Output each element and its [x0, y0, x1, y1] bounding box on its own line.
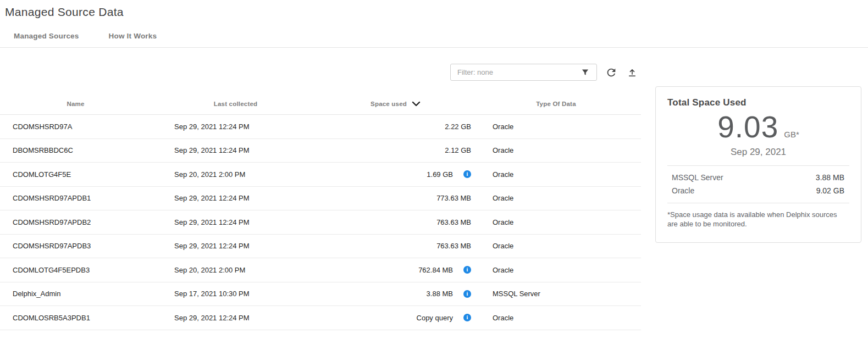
column-header-last-collected[interactable]: Last collected: [151, 101, 320, 107]
cell-space-used: 763.63 MB: [320, 242, 471, 250]
filter-funnel-icon[interactable]: [578, 66, 591, 79]
table-row[interactable]: DBOMSRBBDC6C Sep 29, 2021 12:24 PM 2.12 …: [0, 139, 641, 163]
table-row[interactable]: CDOMSHSRD97A Sep 29, 2021 12:24 PM 2.22 …: [0, 115, 641, 139]
cell-name: CDOMSHSRD97APDB3: [0, 242, 151, 250]
cell-space-used: Copy query i: [320, 314, 471, 322]
space-used-value: Copy query: [417, 314, 453, 322]
table-row[interactable]: Delphix_Admin Sep 17, 2021 10:30 PM 3.88…: [0, 282, 641, 307]
cell-type-of-data: Oracle: [471, 218, 641, 226]
cell-type-of-data: Oracle: [471, 194, 641, 202]
table-row[interactable]: CDOMSHSRD97APDB2 Sep 29, 2021 12:24 PM 7…: [0, 210, 641, 235]
table-row[interactable]: CDOMLOTG4F5EPDB3 Sep 20, 2021 2:00 PM 76…: [0, 258, 641, 282]
space-used-value: 763.63 MB: [436, 242, 471, 250]
refresh-icon: [605, 66, 617, 79]
cell-last-collected: Sep 29, 2021 12:24 PM: [151, 218, 320, 226]
cell-type-of-data: Oracle: [471, 314, 641, 322]
space-breakdown-list: MSSQL Server 3.88 MB Oracle 9.02 GB: [667, 165, 849, 203]
managed-sources-table: Name Last collected Space used Type Of D…: [0, 93, 641, 330]
total-space-line: 9.03 GB*: [667, 109, 849, 145]
cell-last-collected: Sep 29, 2021 12:24 PM: [151, 314, 320, 322]
table-row[interactable]: CDOMSHSRD97APDB1 Sep 29, 2021 12:24 PM 7…: [0, 187, 641, 211]
total-space-unit: GB*: [784, 130, 799, 139]
filter-input[interactable]: [457, 68, 575, 76]
page-title: Managed Source Data: [0, 0, 868, 19]
cell-name: DBOMSRBBDC6C: [0, 146, 151, 154]
cell-type-of-data: Oracle: [471, 123, 641, 131]
breakdown-value: 3.88 MB: [816, 173, 844, 182]
column-header-space-used[interactable]: Space used: [320, 101, 471, 107]
breakdown-label: MSSQL Server: [672, 173, 723, 182]
cell-type-of-data: Oracle: [471, 146, 641, 154]
info-icon[interactable]: i: [463, 170, 471, 178]
cell-name: CDOMLOSRB5A3PDB1: [0, 314, 151, 322]
sort-chevron-down-icon: [412, 101, 421, 107]
total-space-value: 9.03: [717, 109, 778, 145]
cell-last-collected: Sep 29, 2021 12:24 PM: [151, 146, 320, 154]
breakdown-row-mssql: MSSQL Server 3.88 MB: [667, 171, 849, 184]
total-space-date: Sep 29, 2021: [667, 147, 849, 158]
space-used-value: 773.63 MB: [436, 194, 471, 202]
cell-name: Delphix_Admin: [0, 290, 151, 298]
cell-last-collected: Sep 17, 2021 10:30 PM: [151, 290, 320, 298]
cell-last-collected: Sep 29, 2021 12:24 PM: [151, 242, 320, 250]
table-row[interactable]: CDOMSHSRD97APDB3 Sep 29, 2021 12:24 PM 7…: [0, 235, 641, 259]
table-row[interactable]: CDOMLOSRB5A3PDB1 Sep 29, 2021 12:24 PM C…: [0, 306, 641, 330]
cell-name: CDOMLOTG4F5EPDB3: [0, 266, 151, 274]
cell-space-used: 773.63 MB: [320, 194, 471, 202]
filter-box: [450, 64, 597, 81]
cell-last-collected: Sep 20, 2021 2:00 PM: [151, 170, 320, 179]
cell-space-used: 762.84 MB i: [320, 266, 471, 274]
cell-name: CDOMSHSRD97APDB1: [0, 194, 151, 202]
total-space-used-card: Total Space Used 9.03 GB* Sep 29, 2021 M…: [655, 86, 861, 243]
toolbar: [0, 64, 639, 81]
cell-type-of-data: Oracle: [471, 170, 641, 179]
table-row[interactable]: CDOMLOTG4F5E Sep 20, 2021 2:00 PM 1.69 G…: [0, 163, 641, 187]
cell-space-used: 3.88 MB i: [320, 290, 471, 298]
cell-type-of-data: MSSQL Server: [471, 290, 641, 298]
space-usage-footnote: *Space usage data is available when Delp…: [667, 210, 849, 229]
breakdown-row-oracle: Oracle 9.02 GB: [667, 184, 849, 197]
space-used-value: 2.22 GB: [445, 123, 471, 131]
tab-how-it-works[interactable]: How It Works: [109, 32, 157, 40]
tab-managed-sources[interactable]: Managed Sources: [14, 32, 79, 40]
space-used-value: 762.84 MB: [418, 266, 453, 274]
cell-name: CDOMSHSRD97APDB2: [0, 218, 151, 226]
tab-bar: Managed Sources How It Works: [0, 32, 868, 48]
table-body: CDOMSHSRD97A Sep 29, 2021 12:24 PM 2.22 …: [0, 115, 641, 330]
info-icon[interactable]: i: [463, 266, 471, 274]
table-header: Name Last collected Space used Type Of D…: [0, 93, 641, 115]
cell-name: CDOMLOTG4F5E: [0, 170, 151, 179]
export-button[interactable]: [626, 66, 639, 79]
cell-last-collected: Sep 29, 2021 12:24 PM: [151, 194, 320, 202]
column-header-type-of-data[interactable]: Type Of Data: [471, 101, 641, 107]
info-icon[interactable]: i: [463, 290, 471, 298]
cell-space-used: 763.63 MB: [320, 218, 471, 226]
cell-last-collected: Sep 20, 2021 2:00 PM: [151, 266, 320, 274]
upload-icon: [627, 67, 638, 78]
content-area: Name Last collected Space used Type Of D…: [0, 48, 868, 330]
cell-name: CDOMSHSRD97A: [0, 123, 151, 131]
space-used-value: 1.69 GB: [427, 170, 453, 179]
column-header-name[interactable]: Name: [0, 101, 151, 107]
main-area: Name Last collected Space used Type Of D…: [0, 48, 641, 330]
breakdown-value: 9.02 GB: [816, 186, 844, 195]
refresh-button[interactable]: [605, 66, 618, 79]
cell-type-of-data: Oracle: [471, 242, 641, 250]
space-used-value: 3.88 MB: [427, 290, 453, 298]
cell-space-used: 2.12 GB: [320, 146, 471, 154]
cell-last-collected: Sep 29, 2021 12:24 PM: [151, 123, 320, 131]
cell-space-used: 2.22 GB: [320, 123, 471, 131]
space-used-value: 2.12 GB: [445, 146, 471, 154]
column-header-space-used-label: Space used: [371, 101, 407, 107]
space-used-value: 763.63 MB: [436, 218, 471, 226]
cell-space-used: 1.69 GB i: [320, 170, 471, 179]
info-icon[interactable]: i: [463, 314, 471, 321]
breakdown-label: Oracle: [672, 186, 694, 195]
card-title: Total Space Used: [667, 97, 849, 108]
cell-type-of-data: Oracle: [471, 266, 641, 274]
